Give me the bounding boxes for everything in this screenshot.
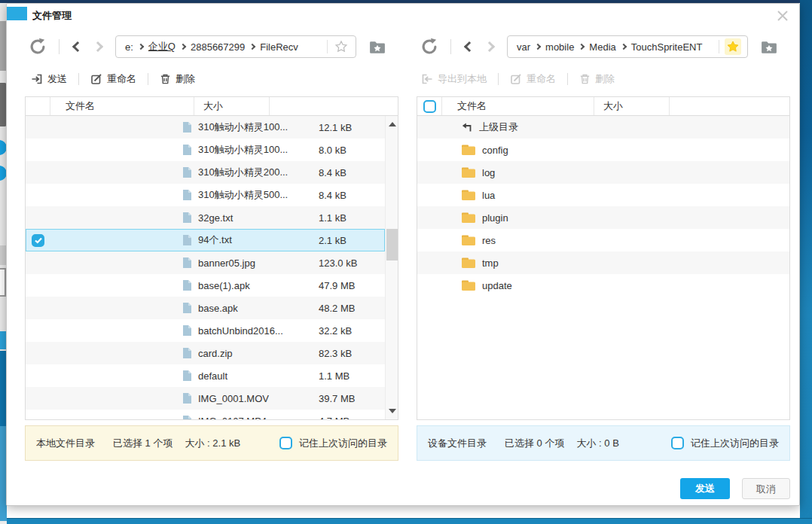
device-selection-size: 大小 : 0 B <box>576 437 618 450</box>
scroll-up-icon[interactable] <box>389 122 396 126</box>
favorites-folder-icon[interactable] <box>369 40 386 54</box>
send-button[interactable]: 发送 <box>680 478 730 499</box>
file-name-cell: base.apk <box>50 302 310 314</box>
file-icon <box>182 302 192 314</box>
parent-directory-icon <box>461 121 473 133</box>
local-status-label: 本地文件目录 <box>36 437 95 450</box>
folder-icon <box>461 279 476 291</box>
chevron-right-icon <box>138 44 144 50</box>
header-filename[interactable]: 文件名 <box>50 97 194 115</box>
breadcrumb-item[interactable]: e: <box>125 41 133 53</box>
remember-directory-checkbox[interactable] <box>671 437 684 449</box>
file-checkbox[interactable] <box>32 234 44 247</box>
divider <box>498 73 499 85</box>
table-row[interactable]: 310触动小精灵100...12.1 kB <box>26 116 385 139</box>
table-header: 文件名 大小 <box>26 97 398 116</box>
background-right-bar <box>800 0 812 524</box>
table-row[interactable]: default1.1 MB <box>26 364 385 387</box>
file-name-cell: batchUnbind2016... <box>50 324 310 337</box>
folder-row[interactable]: res <box>417 229 789 251</box>
table-row[interactable]: IMG_0107.MP44.7 MB <box>26 410 385 419</box>
send-button[interactable]: 发送 <box>31 72 67 86</box>
file-name-cell: 310触动小精灵100... <box>50 120 310 134</box>
delete-label: 删除 <box>176 72 195 86</box>
folder-row[interactable]: config <box>417 139 789 161</box>
table-row[interactable]: IMG_0001.MOV39.7 MB <box>26 387 385 410</box>
file-name: card.zip <box>198 348 233 359</box>
scrollbar[interactable] <box>385 116 398 419</box>
file-icon <box>182 324 192 337</box>
local-toolbar: 发送 重命名 删除 <box>25 69 398 90</box>
file-name-cell: 310触动小精灵500... <box>50 188 310 202</box>
file-icon <box>182 234 192 246</box>
forward-icon <box>484 41 495 52</box>
scroll-down-icon[interactable] <box>389 409 396 413</box>
file-name: 310触动小精灵500... <box>198 188 288 202</box>
folder-row[interactable]: lua <box>417 184 789 206</box>
folder-row[interactable]: log <box>417 161 789 184</box>
rename-icon <box>510 73 522 85</box>
table-row[interactable]: 310触动小精灵500...8.4 kB <box>26 184 385 206</box>
local-selection-count: 已选择 1 个项 <box>113 437 172 450</box>
table-row[interactable]: base.apk48.2 MB <box>26 297 385 319</box>
divider <box>78 73 79 85</box>
file-icon <box>182 121 192 133</box>
favorites-folder-icon[interactable] <box>761 40 777 54</box>
table-row[interactable]: base(1).apk47.9 MB <box>26 274 385 297</box>
folder-row[interactable]: plugin <box>417 206 789 229</box>
back-icon[interactable] <box>464 41 475 52</box>
file-size: 1.1 kB <box>310 212 385 224</box>
refresh-icon[interactable] <box>420 37 439 56</box>
folder-row[interactable]: update <box>417 274 789 297</box>
table-row[interactable]: banner05.jpg123.0 kB <box>26 251 385 274</box>
breadcrumb-item[interactable]: mobile <box>545 41 574 53</box>
table-row[interactable]: 32ge.txt1.1 kB <box>26 206 385 229</box>
file-name-cell: 94个.txt <box>50 233 310 247</box>
remember-directory-label: 记住上次访问的目录 <box>299 437 387 450</box>
send-label: 发送 <box>47 72 67 86</box>
local-breadcrumb[interactable]: e: 企业Q 2885667299 FileRecv <box>115 35 356 58</box>
file-name: 32ge.txt <box>198 212 233 224</box>
scrollbar-thumb[interactable] <box>386 229 398 260</box>
file-name-cell: default <box>50 370 310 382</box>
file-size: 4.7 MB <box>310 416 385 420</box>
table-row[interactable]: batchUnbind2016...32.2 kB <box>26 319 385 342</box>
breadcrumb-item[interactable]: 企业Q <box>148 40 176 53</box>
remember-directory-label: 记住上次访问的目录 <box>691 437 779 450</box>
table-row[interactable]: 310触动小精灵200...8.4 kB <box>26 161 385 184</box>
device-breadcrumb[interactable]: var mobile Media TouchSpriteENT <box>507 35 748 58</box>
refresh-icon[interactable] <box>28 37 47 56</box>
trash-icon <box>160 73 171 85</box>
breadcrumb-item[interactable]: 2885667299 <box>191 41 245 53</box>
divider <box>719 40 719 53</box>
file-icon <box>182 166 192 178</box>
select-all-checkbox[interactable] <box>423 100 436 113</box>
rename-button[interactable]: 重命名 <box>90 72 136 86</box>
table-row[interactable]: 94个.txt2.1 kB <box>26 229 385 251</box>
header-checkbox-column <box>417 97 442 115</box>
breadcrumb-item[interactable]: TouchSpriteENT <box>631 41 703 53</box>
file-name: banner05.jpg <box>198 257 255 269</box>
header-size[interactable]: 大小 <box>594 97 670 115</box>
background-bottom-bar <box>0 518 812 524</box>
table-row[interactable]: 310触动小精灵100...8.0 kB <box>26 139 385 161</box>
cancel-button[interactable]: 取消 <box>742 478 790 499</box>
back-icon[interactable] <box>72 41 83 52</box>
delete-button: 删除 <box>579 72 615 86</box>
table-row[interactable]: card.zip82.3 kB <box>26 342 385 364</box>
header-size[interactable]: 大小 <box>194 97 270 115</box>
breadcrumb-item[interactable]: Media <box>589 41 615 53</box>
remember-directory-checkbox[interactable] <box>279 437 292 449</box>
favorite-star-icon[interactable] <box>333 38 350 55</box>
folder-row[interactable]: tmp <box>417 251 789 274</box>
delete-button[interactable]: 删除 <box>160 72 195 86</box>
chevron-right-icon <box>180 44 186 50</box>
breadcrumb-item[interactable]: var <box>517 41 530 53</box>
file-name-cell: card.zip <box>50 347 310 359</box>
table-header: 文件名 大小 <box>417 97 789 116</box>
breadcrumb-item[interactable]: FileRecv <box>260 41 298 53</box>
parent-directory-row[interactable]: 上级目录 <box>417 116 789 139</box>
favorite-star-icon[interactable] <box>725 38 741 55</box>
close-icon[interactable] <box>777 10 790 23</box>
header-filename[interactable]: 文件名 <box>442 97 594 115</box>
